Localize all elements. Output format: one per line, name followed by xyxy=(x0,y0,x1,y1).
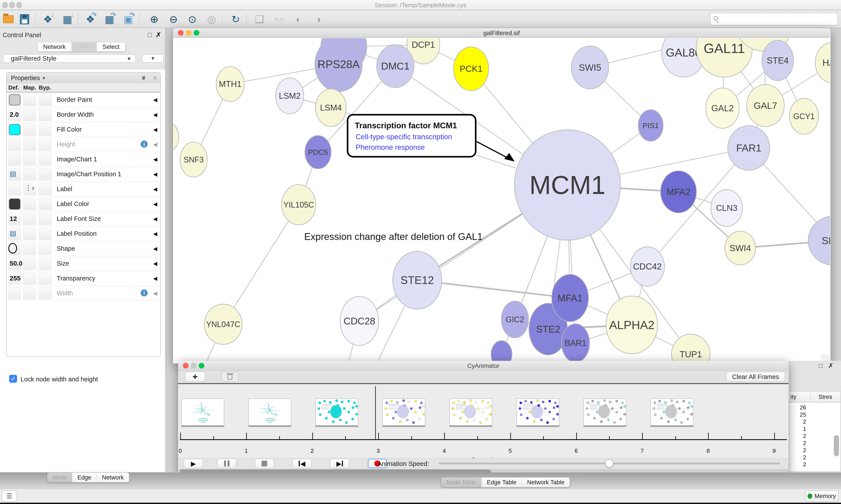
network-node-ALPHA2[interactable]: ALPHA2 xyxy=(606,296,658,354)
table-cell-value[interactable]: 25 xyxy=(789,411,806,418)
expand-row-icon[interactable]: ◀ xyxy=(153,201,157,207)
property-row-shape[interactable]: Shape◀ xyxy=(6,241,160,256)
position-icon[interactable]: ▤ xyxy=(10,169,16,178)
network-node-STE4[interactable]: STE4 xyxy=(762,40,793,80)
bypass-cell[interactable] xyxy=(39,153,52,165)
network-node-PDC5[interactable]: PDC5 xyxy=(305,136,331,169)
bypass-cell[interactable] xyxy=(39,168,52,180)
console-icon[interactable]: ☰ xyxy=(2,490,17,502)
export-table-icon[interactable]: ▦↷ xyxy=(103,13,115,26)
animation-frame-6[interactable] xyxy=(516,398,559,426)
network-window-titlebar[interactable]: galFiltered.sif xyxy=(173,28,830,38)
network-file-icon[interactable]: ❑ xyxy=(253,13,265,26)
bypass-cell[interactable] xyxy=(39,287,52,300)
info-icon[interactable]: i xyxy=(141,141,148,147)
property-row-fill-color[interactable]: Fill Color◀ xyxy=(6,122,160,137)
mapping-cell[interactable] xyxy=(23,94,36,106)
import-table-icon[interactable]: ▦↓ xyxy=(61,13,74,26)
default-cell[interactable] xyxy=(8,138,21,151)
refresh-layout-icon[interactable]: ↻ xyxy=(230,13,242,26)
network-node-SLT2[interactable]: SLT2 xyxy=(808,216,830,265)
property-row-label-position[interactable]: ▤Label Position◀ xyxy=(6,227,160,241)
bypass-cell[interactable] xyxy=(39,138,52,151)
show-graphics-icon[interactable]: ◑ xyxy=(312,13,324,26)
column-header-centrality[interactable]: ity xyxy=(790,394,796,400)
expand-row-icon[interactable]: ◀ xyxy=(153,275,157,282)
network-node-LSM2[interactable]: LSM2 xyxy=(276,78,304,114)
annotation-mcm1[interactable]: Transcription factor MCM1Cell-type-speci… xyxy=(347,115,515,162)
network-canvas[interactable]: DCP1RPS28ADMC1PCK1SWI5GAL80GAL11STE4HAP2… xyxy=(173,38,830,363)
style-tab-node[interactable]: Node xyxy=(47,473,72,482)
network-node-SWI4[interactable]: SWI4 xyxy=(725,231,756,265)
mapping-cell[interactable] xyxy=(23,272,36,285)
style-tab-network[interactable]: Network xyxy=(97,473,129,482)
expand-row-icon[interactable]: ◀ xyxy=(153,186,157,192)
network-node-HAP2[interactable]: HAP2 xyxy=(815,42,830,84)
property-row-height[interactable]: Heighti◀ xyxy=(6,137,160,152)
style-selector[interactable]: galFiltered Style ▼ xyxy=(3,54,136,62)
property-row-width[interactable]: Widthi◀ xyxy=(6,286,160,301)
close-panel-icon[interactable]: ✗ xyxy=(156,31,161,39)
expand-row-icon[interactable]: ◀ xyxy=(153,171,157,177)
network-node-edgecut[interactable] xyxy=(173,124,179,151)
zoom-in-icon[interactable]: ⊕ xyxy=(148,13,160,26)
bypass-cell[interactable] xyxy=(39,228,52,240)
table-cell-value[interactable]: 2 xyxy=(789,440,806,447)
collapse-all-icon[interactable]: » xyxy=(150,76,159,80)
tab-select[interactable]: Select xyxy=(97,42,125,51)
position-icon[interactable]: ▤ xyxy=(10,229,16,237)
style-tab-edge[interactable]: Edge xyxy=(72,473,97,482)
mapping-cell[interactable] xyxy=(23,138,36,151)
search-network-icon[interactable]: ∩∩ xyxy=(273,13,285,26)
mapping-cell[interactable] xyxy=(23,124,36,136)
network-node-TUP1[interactable]: TUP1 xyxy=(672,334,710,363)
tab-node-table[interactable]: Node Table xyxy=(441,478,482,487)
animation-frame-1[interactable] xyxy=(181,398,224,426)
pause-button[interactable] xyxy=(217,459,236,468)
mapping-cell[interactable] xyxy=(23,109,36,121)
bypass-cell[interactable] xyxy=(39,272,52,285)
property-row-border-width[interactable]: 2.0Border Width◀ xyxy=(6,107,160,122)
mapping-cell[interactable] xyxy=(23,168,36,180)
skip-end-button[interactable]: ▶ xyxy=(330,459,349,468)
network-edge[interactable] xyxy=(223,205,299,324)
default-cell[interactable] xyxy=(8,183,21,195)
network-node-GAL11[interactable]: GAL11 xyxy=(696,38,752,77)
animation-frame-7[interactable] xyxy=(584,398,626,426)
search-input[interactable] xyxy=(720,15,835,24)
network-node-PCK1[interactable]: PCK1 xyxy=(453,47,489,91)
mapping-cell[interactable] xyxy=(23,242,36,255)
bypass-cell[interactable] xyxy=(39,213,52,225)
expand-row-icon[interactable]: ◀ xyxy=(153,156,157,162)
expand-row-icon[interactable]: ◀ xyxy=(153,127,157,133)
column-header-stress[interactable]: Stres xyxy=(819,394,832,400)
expand-row-icon[interactable]: ◀ xyxy=(153,246,157,252)
skip-start-button[interactable]: ◀ xyxy=(292,459,312,468)
network-node-CDC28[interactable]: CDC28 xyxy=(340,296,379,345)
network-node-BAR1[interactable]: BAR1 xyxy=(561,324,590,362)
network-node-SWI5[interactable]: SWI5 xyxy=(571,46,609,89)
mapping-cell[interactable] xyxy=(23,228,36,240)
expand-row-icon[interactable]: ◀ xyxy=(153,141,157,147)
close-panel-icon[interactable]: ✗ xyxy=(828,362,834,369)
network-node-FAR1[interactable]: FAR1 xyxy=(728,126,770,170)
mapping-cell[interactable] xyxy=(23,287,36,300)
animation-speed-slider[interactable] xyxy=(439,463,780,464)
color-swatch[interactable] xyxy=(9,94,20,105)
bypass-cell[interactable] xyxy=(39,109,52,121)
network-node-cutp[interactable] xyxy=(491,341,512,363)
network-node-MTH1[interactable]: MTH1 xyxy=(216,67,244,102)
bypass-cell[interactable] xyxy=(39,94,52,106)
stop-button[interactable] xyxy=(255,459,274,468)
color-swatch[interactable] xyxy=(9,199,20,210)
export-image-icon[interactable]: ▣↷ xyxy=(122,13,135,26)
slider-thumb[interactable] xyxy=(605,459,613,468)
tab-network[interactable]: Network xyxy=(37,42,72,51)
bypass-cell[interactable] xyxy=(39,124,52,136)
zoom-selected-icon[interactable]: ◎ xyxy=(205,13,218,26)
delete-frame-button[interactable] xyxy=(221,372,238,382)
network-node-GAL2[interactable]: GAL2 xyxy=(706,88,739,128)
table-cell-value[interactable]: 1 xyxy=(789,426,806,432)
mapping-cell[interactable] xyxy=(23,213,36,225)
network-node-SNF3[interactable]: SNF3 xyxy=(180,142,207,177)
